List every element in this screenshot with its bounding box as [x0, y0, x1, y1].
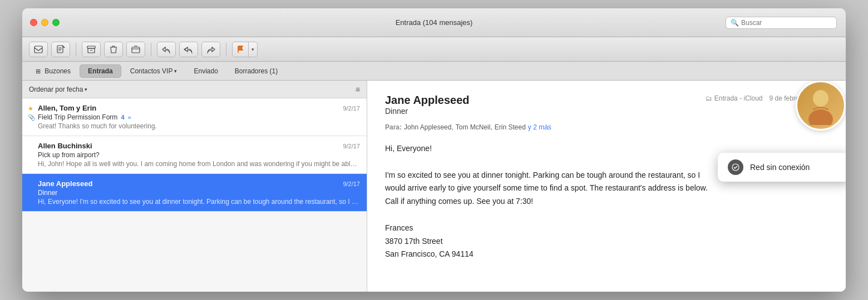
- junk-icon: [131, 46, 140, 53]
- main-content: Ordenar por fecha ▾ ≡ ★ 📎 Allen, Tom y E…: [22, 81, 846, 292]
- reply-all-button[interactable]: [179, 42, 198, 57]
- detail-folder: 🗂 Entrada - iCloud: [706, 94, 763, 102]
- maximize-button[interactable]: [52, 19, 60, 26]
- reply-button[interactable]: [157, 42, 176, 57]
- notification-text: Red sin conexión: [750, 163, 810, 172]
- detail-subject: Dinner: [385, 107, 470, 116]
- compose-icon: [57, 45, 65, 53]
- flag-dropdown-arrow[interactable]: ▾: [248, 42, 257, 57]
- email-subject-3: Dinner: [38, 189, 360, 197]
- forward-icon: [206, 46, 215, 53]
- sort-dropdown[interactable]: Ordenar por fecha ▾: [29, 86, 87, 93]
- svg-point-7: [808, 109, 833, 125]
- email-header-1: Allen, Tom y Erin 9/2/17: [38, 104, 360, 112]
- star-icon: ★: [28, 105, 33, 112]
- search-bar[interactable]: 🔍: [726, 17, 837, 29]
- email-preview-1: Great! Thanks so much for volunteering.: [38, 122, 360, 130]
- email-item-3[interactable]: Jane Appleseed 9/2/17 Dinner Hi, Everyon…: [22, 174, 367, 212]
- filter-icon[interactable]: ≡: [356, 85, 360, 94]
- email-detail: Jane Appleseed Dinner 🗂 Entrada - iCloud…: [367, 81, 846, 292]
- flag-button[interactable]: ▾: [232, 42, 258, 57]
- tab-entrada[interactable]: Entrada: [80, 64, 121, 78]
- tab-buzones[interactable]: ⊞ Buzones: [28, 65, 78, 77]
- search-input[interactable]: [741, 19, 832, 27]
- recipient-2: Erin Steed: [495, 123, 526, 131]
- email-list: Ordenar por fecha ▾ ≡ ★ 📎 Allen, Tom y E…: [22, 81, 367, 292]
- titlebar: Entrada (104 mensajes) 🔍: [22, 8, 846, 37]
- mailbox-button[interactable]: [29, 42, 48, 57]
- tab-contactos-vip[interactable]: Contactos VIP ▾: [122, 65, 185, 77]
- attachment-icon-1: 📎: [28, 114, 36, 121]
- email-preview-3: Hi, Everyone! I'm so excited to see you …: [38, 198, 360, 206]
- notification-popup: Red sin conexión: [718, 153, 846, 182]
- mailbox-icon: [34, 46, 43, 53]
- reply-icon: [162, 46, 171, 53]
- email-sender-2: Allen Buchinski: [38, 142, 92, 150]
- detail-sender-area: Jane Appleseed Dinner: [385, 94, 470, 119]
- separator-2: [151, 43, 151, 56]
- thread-arrow-1: »: [128, 114, 131, 121]
- reply-all-icon: [184, 46, 194, 53]
- toolbar: ▾: [22, 37, 846, 62]
- notification-icon: [728, 159, 743, 175]
- email-header-2: Allen Buchinski 9/2/17: [38, 142, 360, 150]
- email-badge-1: 4: [121, 114, 124, 121]
- minimize-button[interactable]: [41, 19, 48, 26]
- svg-rect-0: [34, 46, 42, 53]
- vip-dropdown-arrow: ▾: [174, 68, 177, 74]
- email-subject-1: Field Trip Permission Form 4 »: [38, 113, 360, 121]
- sort-arrow: ▾: [85, 87, 87, 92]
- forward-button[interactable]: [201, 42, 220, 57]
- email-item-1[interactable]: ★ 📎 Allen, Tom y Erin 9/2/17 Field Trip …: [22, 98, 367, 136]
- separator-1: [76, 43, 76, 56]
- mail-window: Entrada (104 mensajes) 🔍: [22, 8, 846, 292]
- email-date-3: 9/2/17: [343, 181, 360, 187]
- flag-main: [233, 42, 248, 57]
- detail-to-row: Para: John Appleseed, Tom McNeil, Erin S…: [385, 123, 828, 131]
- tab-enviado[interactable]: Enviado: [186, 65, 225, 77]
- close-button[interactable]: [30, 19, 37, 26]
- email-date-1: 9/2/17: [343, 105, 360, 112]
- buzones-icon: ⊞: [36, 68, 41, 74]
- sort-label: Ordenar por fecha: [29, 86, 83, 93]
- recipient-1: Tom McNeil,: [456, 123, 492, 131]
- email-sender-1: Allen, Tom y Erin: [38, 104, 96, 112]
- folder-icon: 🗂: [706, 94, 712, 102]
- avatar-image: [804, 86, 837, 125]
- email-sender-3: Jane Appleseed: [38, 179, 93, 188]
- svg-rect-4: [132, 47, 140, 53]
- detail-folder-label: Entrada - iCloud: [714, 94, 763, 102]
- window-title: Entrada (104 mensajes): [396, 18, 473, 27]
- delete-button[interactable]: [104, 42, 123, 57]
- flag-icon: [237, 46, 244, 53]
- search-icon: 🔍: [731, 19, 739, 27]
- list-header: Ordenar por fecha ▾ ≡: [22, 81, 367, 98]
- detail-to-label: Para:: [385, 123, 402, 131]
- email-subject-2: Pick up from airport?: [38, 151, 360, 159]
- avatar: [796, 81, 846, 131]
- svg-point-6: [813, 90, 828, 107]
- more-recipients[interactable]: y 2 más: [528, 123, 551, 131]
- delete-icon: [110, 45, 117, 54]
- traffic-lights: [22, 19, 60, 26]
- recipient-0: John Appleseed,: [404, 123, 453, 131]
- body-line-2: Frances3870 17th StreetSan Francisco, CA…: [385, 222, 828, 261]
- email-item-2[interactable]: Allen Buchinski 9/2/17 Pick up from airp…: [22, 136, 367, 174]
- archive-button[interactable]: [82, 42, 101, 57]
- email-header-3: Jane Appleseed 9/2/17: [38, 179, 360, 188]
- search-area: 🔍: [726, 17, 846, 29]
- separator-3: [226, 43, 226, 56]
- email-preview-2: Hi, John! Hope all is well with you. I a…: [38, 160, 360, 168]
- detail-sender: Jane Appleseed: [385, 94, 470, 107]
- navtabs: ⊞ Buzones Entrada Contactos VIP ▾ Enviad…: [22, 62, 846, 81]
- detail-header: Jane Appleseed Dinner 🗂 Entrada - iCloud…: [385, 94, 828, 119]
- archive-icon: [87, 46, 96, 53]
- email-date-2: 9/2/17: [343, 143, 360, 149]
- tab-borradores[interactable]: Borradores (1): [227, 65, 285, 77]
- junk-button[interactable]: [126, 42, 145, 57]
- compose-button[interactable]: [51, 42, 70, 57]
